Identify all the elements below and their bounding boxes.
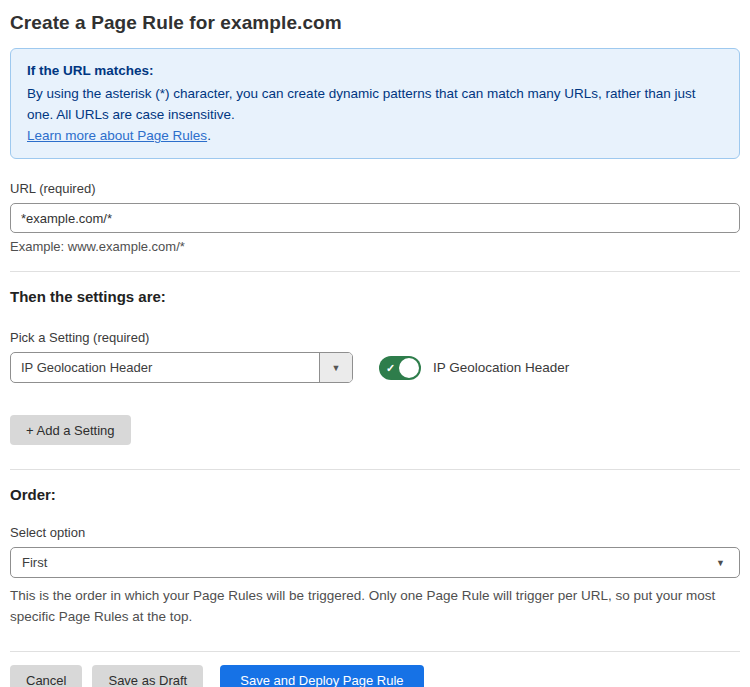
page-title: Create a Page Rule for example.com <box>10 12 740 34</box>
info-box-link-line: Learn more about Page Rules. <box>27 125 723 146</box>
toggle-knob <box>399 358 419 378</box>
divider <box>10 271 740 272</box>
form-actions: Cancel Save as Draft Save and Deploy Pag… <box>10 665 740 687</box>
save-as-draft-button[interactable]: Save as Draft <box>92 665 203 687</box>
info-box-body: By using the asterisk (*) character, you… <box>27 83 723 125</box>
setting-dropdown[interactable]: IP Geolocation Header ▼ <box>10 352 353 383</box>
ip-geolocation-toggle[interactable]: ✓ <box>379 356 421 380</box>
chevron-down-icon: ▼ <box>716 558 725 568</box>
url-match-info-box: If the URL matches: By using the asteris… <box>10 48 740 159</box>
setting-dropdown-arrow-button[interactable]: ▼ <box>319 353 352 382</box>
order-select-value: First <box>22 555 47 570</box>
divider <box>10 469 740 470</box>
link-suffix: . <box>207 128 211 143</box>
add-setting-button[interactable]: + Add a Setting <box>10 415 131 445</box>
divider <box>10 651 740 652</box>
setting-dropdown-value: IP Geolocation Header <box>11 353 319 382</box>
url-field-label: URL (required) <box>10 181 740 196</box>
pick-setting-label: Pick a Setting (required) <box>10 330 740 345</box>
order-select[interactable]: First ▼ <box>10 547 740 578</box>
order-select-label: Select option <box>10 525 740 540</box>
create-page-rule-form: Create a Page Rule for example.com If th… <box>0 0 750 687</box>
settings-section-heading: Then the settings are: <box>10 288 740 305</box>
order-help-text: This is the order in which your Page Rul… <box>10 585 736 627</box>
setting-row: IP Geolocation Header ▼ ✓ IP Geolocation… <box>10 352 740 383</box>
url-example-text: Example: www.example.com/* <box>10 239 740 254</box>
learn-more-link[interactable]: Learn more about Page Rules <box>27 128 207 143</box>
info-box-heading: If the URL matches: <box>27 60 723 81</box>
toggle-label: IP Geolocation Header <box>433 360 569 375</box>
cancel-button[interactable]: Cancel <box>10 665 82 687</box>
check-icon: ✓ <box>386 361 395 374</box>
chevron-down-icon: ▼ <box>332 363 341 373</box>
order-section-heading: Order: <box>10 486 740 503</box>
url-input[interactable] <box>10 203 740 233</box>
save-and-deploy-button[interactable]: Save and Deploy Page Rule <box>220 665 423 687</box>
